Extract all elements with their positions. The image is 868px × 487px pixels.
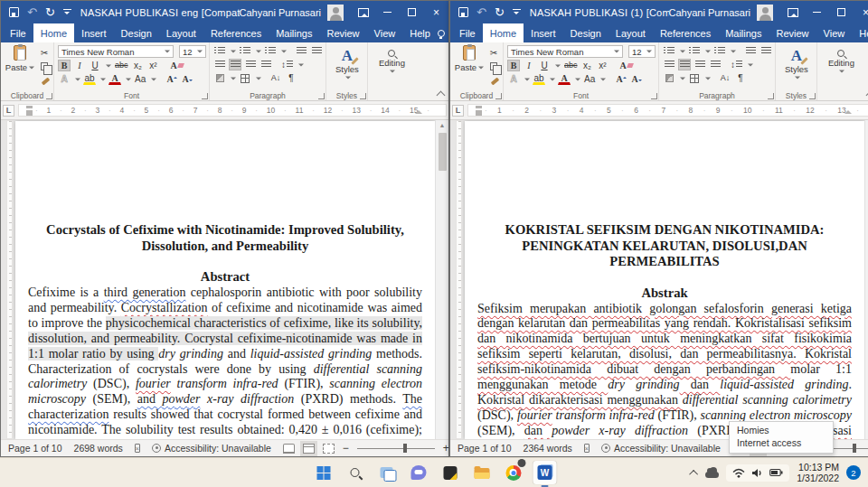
redo-icon[interactable]: ↻ (495, 7, 505, 17)
menu-tab-review[interactable]: Review (769, 23, 816, 42)
menu-tab-insert[interactable]: Insert (74, 23, 114, 42)
horizontal-ruler[interactable]: ·1·2·3·4·5·6·7·8·9·10·11·12·13·14·15· (18, 104, 447, 117)
font-color-dropdown-icon[interactable] (575, 78, 580, 83)
subscript-button[interactable]: x₂ (132, 60, 145, 71)
underline-dropdown-icon[interactable] (106, 64, 111, 70)
menu-tab-file[interactable]: File (452, 23, 483, 42)
word-count[interactable]: 2698 words (74, 443, 123, 454)
minimize-button[interactable] (375, 1, 400, 23)
vertical-scrollbar[interactable]: ▲ (864, 120, 868, 439)
justify-button[interactable] (259, 59, 272, 70)
justify-button[interactable] (709, 59, 722, 70)
text-highlight-button[interactable]: ab (533, 73, 545, 85)
bullets-dropdown-icon[interactable] (231, 50, 236, 55)
paste-button[interactable]: Paste (5, 45, 35, 72)
font-color-button[interactable]: A (108, 73, 121, 85)
text-effects-dropdown-icon[interactable] (524, 78, 530, 83)
sort-button[interactable]: A↓ (719, 72, 731, 84)
bold-button[interactable]: B (507, 60, 520, 71)
styles-dialog-launcher[interactable] (360, 93, 366, 99)
strikethrough-button[interactable]: abc (563, 60, 579, 71)
text-effects-button[interactable]: A (58, 73, 71, 85)
grow-font-button[interactable]: A (615, 73, 627, 85)
zoom-slider-thumb[interactable] (853, 444, 856, 453)
align-right-button[interactable] (244, 59, 257, 70)
change-case-button[interactable]: Aa (134, 73, 146, 85)
menu-tab-layout[interactable]: Layout (159, 23, 203, 42)
indent-marker-right[interactable] (844, 107, 852, 114)
ribbon-display-options-button[interactable] (780, 1, 805, 23)
change-case-dropdown-icon[interactable] (151, 78, 156, 83)
increase-indent-button[interactable] (760, 45, 772, 57)
undo-icon[interactable]: ↶ (476, 7, 486, 17)
shading-button[interactable] (213, 72, 226, 84)
superscript-button[interactable]: x² (597, 60, 609, 71)
vertical-scrollbar[interactable]: ▲ (435, 120, 448, 439)
numbering-dropdown-icon[interactable] (705, 50, 711, 55)
page-indicator[interactable]: Page 1 of 10 (8, 443, 62, 454)
menu-tab-layout[interactable]: Layout (609, 23, 653, 42)
undo-icon[interactable]: ↶ (27, 7, 37, 17)
align-left-button[interactable] (213, 59, 226, 70)
show-hide-pilcrow-button[interactable]: ¶ (734, 72, 747, 84)
avatar[interactable] (757, 5, 773, 21)
redo-icon[interactable]: ↻ (45, 7, 55, 17)
copy-button[interactable] (38, 61, 51, 72)
web-layout-button[interactable] (323, 444, 335, 454)
customize-qat-icon[interactable] (63, 9, 71, 16)
editing-button[interactable]: Editing (372, 45, 412, 89)
accessibility-status[interactable]: Accessibility: Unavailable (152, 443, 271, 454)
shrink-font-button[interactable]: A (181, 73, 193, 85)
clock[interactable]: 10:13 PM 1/31/2022 (797, 462, 839, 483)
menu-tab-home[interactable]: Home (33, 23, 74, 42)
notes-app-button[interactable] (439, 461, 462, 484)
align-center-button[interactable] (678, 59, 691, 70)
menu-tab-mailings[interactable]: Mailings (718, 23, 769, 42)
notification-badge[interactable]: 2 (846, 465, 861, 480)
avatar[interactable] (327, 5, 344, 21)
proofing-icon[interactable]: × (135, 444, 140, 453)
tab-selector[interactable]: L (3, 105, 14, 117)
page-indicator[interactable]: Page 1 of 10 (458, 443, 512, 454)
scrollbar-thumb[interactable] (439, 133, 447, 171)
print-layout-button[interactable] (303, 444, 315, 454)
save-icon[interactable] (9, 7, 19, 17)
menu-tab-review[interactable]: Review (320, 23, 367, 42)
indent-marker-left[interactable] (476, 106, 482, 116)
show-hide-pilcrow-button[interactable]: ¶ (285, 72, 297, 84)
close-button[interactable]: × (424, 1, 448, 23)
clear-formatting-button[interactable]: A (619, 60, 634, 71)
start-button[interactable] (312, 461, 335, 484)
borders-button[interactable] (688, 72, 701, 84)
highlight-dropdown-icon[interactable] (550, 78, 555, 83)
font-size-combo[interactable]: 12 (179, 45, 206, 58)
editing-button[interactable]: Editing (821, 45, 862, 89)
italic-button[interactable]: I (73, 60, 86, 71)
maximize-button[interactable] (400, 1, 424, 23)
underline-button[interactable]: U (89, 60, 101, 71)
word-count[interactable]: 2364 words (524, 443, 572, 454)
maximize-button[interactable] (829, 1, 854, 23)
horizontal-ruler[interactable]: ·1·2·3·4·5·6·7·8·9·10·11·12·13· (467, 104, 868, 117)
bullets-button[interactable] (663, 45, 675, 57)
save-icon[interactable] (458, 7, 468, 17)
styles-dialog-launcher[interactable] (809, 93, 816, 99)
cut-button[interactable]: ✂ (38, 47, 51, 59)
file-explorer-button[interactable] (470, 461, 494, 484)
paragraph-dialog-launcher[interactable] (318, 93, 325, 99)
text-effects-button[interactable]: A (507, 73, 520, 85)
chrome-button[interactable] (502, 461, 525, 484)
clipboard-dialog-launcher[interactable] (495, 93, 502, 99)
shading-button[interactable] (663, 72, 675, 84)
subscript-button[interactable]: x₂ (581, 60, 594, 71)
menu-tab-view[interactable]: View (816, 23, 853, 42)
multilevel-dropdown-icon[interactable] (281, 50, 287, 55)
shading-dropdown-icon[interactable] (231, 77, 236, 82)
decrease-indent-button[interactable] (744, 45, 757, 57)
ribbon-display-options-button[interactable] (351, 1, 375, 23)
close-button[interactable]: × (854, 1, 868, 23)
search-button[interactable] (344, 461, 367, 484)
borders-button[interactable] (239, 72, 251, 84)
align-right-button[interactable] (693, 59, 706, 70)
change-case-dropdown-icon[interactable] (600, 78, 606, 83)
